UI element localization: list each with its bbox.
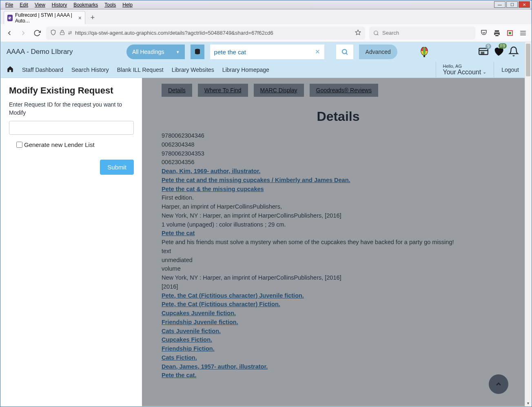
url-bar[interactable]: ⇄ https://qa-stwi-agent.auto-graphics.co… — [46, 27, 365, 40]
favorites-badge: F9 — [499, 43, 507, 49]
browser-tabbar: ⎚ Fullrecord | STWI | AAAA | Auto… × + — [0, 9, 532, 24]
hamburger-menu-icon[interactable] — [519, 29, 528, 38]
reload-button[interactable] — [32, 28, 42, 38]
clear-search-icon[interactable]: ✕ — [311, 48, 324, 56]
search-icon — [373, 30, 379, 36]
svg-line-11 — [346, 53, 348, 55]
nav-library-homepage[interactable]: Library Homepage — [222, 67, 269, 73]
svg-point-13 — [423, 47, 426, 55]
request-id-input[interactable] — [9, 121, 134, 135]
tab-title: Fullrecord | STWI | AAAA | Auto… — [15, 12, 74, 24]
svg-rect-14 — [423, 55, 425, 57]
url-text: https://qa-stwi-agent.auto-graphics.com/… — [75, 30, 352, 36]
home-icon[interactable] — [7, 65, 14, 74]
window-close-button[interactable]: ✕ — [519, 1, 530, 8]
greeting-text: Hello, AG — [443, 64, 486, 69]
forward-button[interactable] — [18, 28, 28, 38]
shield-icon[interactable] — [50, 29, 56, 37]
back-button[interactable] — [4, 28, 14, 38]
svg-rect-5 — [509, 32, 511, 34]
modify-request-panel: Modify Existing Request Enter Request ID… — [1, 78, 142, 406]
browser-tab[interactable]: ⎚ Fullrecord | STWI | AAAA | Auto… × — [4, 11, 85, 24]
nav-search-history[interactable]: Search History — [71, 67, 109, 73]
search-button[interactable] — [336, 44, 353, 59]
search-input[interactable] — [210, 44, 311, 59]
extension-icon[interactable] — [505, 29, 514, 38]
new-tab-button[interactable]: + — [87, 12, 98, 23]
svg-rect-0 — [60, 32, 64, 34]
generate-lender-list-checkbox[interactable] — [16, 142, 22, 148]
page-scrollbar[interactable]: ▴ ▾ — [525, 42, 531, 406]
nav-library-websites[interactable]: Library Websites — [172, 67, 214, 73]
inbox-badge: 9 — [485, 44, 491, 49]
window-maximize-button[interactable]: ☐ — [506, 1, 518, 8]
tab-favicon: ⎚ — [7, 15, 13, 21]
browser-toolbar: ⇄ https://qa-stwi-agent.auto-graphics.co… — [0, 24, 532, 42]
search-type-dropdown[interactable]: All Headings ▾ — [126, 44, 185, 59]
database-icon[interactable] — [191, 44, 204, 59]
window-minimize-button[interactable]: — — [494, 1, 505, 8]
menu-tools[interactable]: Tools — [101, 1, 119, 9]
bookmark-star-icon[interactable] — [355, 29, 361, 37]
svg-point-2 — [374, 31, 378, 34]
app-nav: Staff Dashboard Search History Blank ILL… — [1, 62, 525, 78]
scrollbar-thumb[interactable] — [526, 44, 530, 76]
divider — [330, 47, 330, 56]
browser-search-box[interactable]: Search — [369, 27, 475, 40]
panel-prompt: Enter Request ID for the request you wan… — [9, 101, 134, 117]
browser-menubar: File Edit View History Bookmarks Tools H… — [0, 0, 532, 9]
notifications-icon[interactable] — [508, 46, 519, 58]
svg-line-3 — [377, 34, 379, 35]
submit-button[interactable]: Submit — [100, 160, 134, 175]
pocket-icon[interactable] — [479, 29, 488, 38]
favorites-icon[interactable]: F9 — [493, 46, 504, 58]
svg-point-10 — [342, 49, 347, 54]
scroll-down-arrow[interactable]: ▾ — [525, 400, 531, 406]
menu-bookmarks[interactable]: Bookmarks — [70, 1, 101, 9]
search-input-wrap: ✕ — [210, 44, 324, 59]
search-type-label: All Headings — [132, 49, 164, 55]
lock-icon[interactable] — [60, 30, 65, 36]
inbox-icon[interactable]: 9 — [478, 46, 489, 58]
nav-blank-ill-request[interactable]: Blank ILL Request — [117, 67, 164, 73]
permissions-icon[interactable]: ⇄ — [68, 30, 72, 36]
chevron-down-icon: ▾ — [177, 49, 179, 55]
nav-staff-dashboard[interactable]: Staff Dashboard — [22, 67, 63, 73]
panel-title: Modify Existing Request — [9, 85, 134, 96]
svg-marker-1 — [355, 30, 361, 35]
library-name: AAAA - Demo LIbrary — [7, 48, 121, 56]
chevron-down-icon: ⌄ — [483, 69, 486, 75]
menu-edit[interactable]: Edit — [16, 1, 31, 9]
account-label: Your Account — [443, 69, 481, 76]
menu-view[interactable]: View — [31, 1, 49, 9]
balloon-icon[interactable] — [419, 47, 429, 57]
app-header: AAAA - Demo LIbrary All Headings ▾ ✕ Adv… — [1, 42, 525, 62]
menu-help[interactable]: Help — [119, 1, 136, 9]
tab-close-button[interactable]: × — [77, 15, 82, 21]
logout-link[interactable]: Logout — [494, 62, 519, 78]
browser-search-placeholder: Search — [382, 30, 399, 36]
menu-file[interactable]: File — [2, 1, 16, 9]
your-account-dropdown[interactable]: Your Account ⌄ — [443, 69, 486, 76]
checkbox-label: Generate new Lender List — [24, 141, 95, 148]
advanced-search-button[interactable]: Advanced — [359, 44, 397, 59]
print-icon[interactable] — [492, 29, 501, 38]
menu-history[interactable]: History — [49, 1, 70, 9]
